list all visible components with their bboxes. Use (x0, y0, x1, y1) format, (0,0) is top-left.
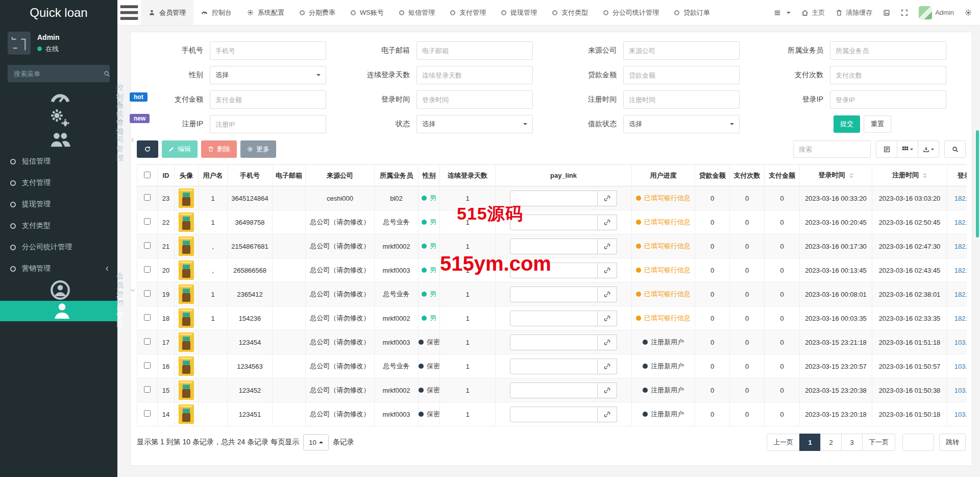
tab-ws-account[interactable]: WS账号 (343, 0, 391, 25)
status-select[interactable]: 选择 (416, 115, 533, 133)
pay-link-button[interactable] (598, 359, 617, 374)
row-checkbox[interactable] (144, 290, 151, 297)
sidebar-item-system[interactable]: 系统管理new (0, 108, 117, 129)
delete-button[interactable]: 删除 (201, 140, 237, 158)
tab-sms[interactable]: 短信管理 (391, 0, 443, 25)
register-ip-field[interactable] (210, 115, 326, 133)
sidebar-item-dashboard[interactable]: 控制台hot (0, 86, 117, 108)
pay-link-button[interactable] (598, 263, 617, 278)
pay-link-input[interactable] (510, 190, 598, 206)
gender-select[interactable]: 选择 (210, 66, 326, 84)
columns-button[interactable] (897, 140, 918, 158)
tab-members[interactable]: 会员管理 (141, 0, 193, 25)
pay-link-button[interactable] (598, 287, 617, 302)
row-checkbox[interactable] (144, 386, 151, 393)
source-company-field[interactable] (623, 41, 740, 60)
pay-link-button[interactable] (598, 214, 617, 230)
loan-amount-field[interactable] (623, 66, 740, 84)
tab-paytype[interactable]: 支付类型 (545, 0, 596, 25)
avatar[interactable] (179, 308, 194, 328)
pay-link-button[interactable] (598, 311, 617, 326)
card-view-button[interactable] (876, 140, 897, 158)
login-time-field[interactable] (416, 90, 533, 109)
avatar[interactable] (179, 260, 194, 280)
row-checkbox[interactable] (144, 218, 151, 225)
avatar[interactable] (179, 236, 194, 256)
pay-link-button[interactable] (598, 383, 617, 398)
pay-link-input[interactable] (510, 311, 598, 326)
avatar[interactable] (179, 332, 194, 352)
pay-link-input[interactable] (510, 335, 598, 350)
page-size-select[interactable]: 10 (303, 434, 328, 450)
sidebar-item-paytype[interactable]: 支付类型 (0, 215, 117, 236)
tab-dashboard[interactable]: 控制台 (193, 0, 239, 25)
sidebar-item-payment[interactable]: 支付管理 (0, 172, 117, 194)
register-time-field[interactable] (623, 90, 740, 109)
select-all-checkbox[interactable] (144, 172, 151, 178)
column-header-register-time[interactable]: 注册时间 (872, 165, 947, 186)
pay-count-field[interactable] (830, 66, 946, 84)
ip-link[interactable]: 182.239. (954, 243, 967, 250)
edit-button[interactable]: 编辑 (162, 140, 198, 158)
pay-link-button[interactable] (598, 238, 617, 254)
ip-link[interactable]: 182.239. (954, 315, 967, 322)
docs-button[interactable] (883, 9, 890, 16)
prev-page-button[interactable]: 上一页 (767, 434, 800, 451)
hamburger-menu-icon[interactable] (117, 0, 141, 25)
borrow-status-select[interactable]: 选择 (623, 115, 740, 133)
email-field[interactable] (416, 41, 533, 60)
ip-link[interactable]: 182.239. (954, 195, 967, 202)
table-search-input[interactable] (793, 140, 871, 158)
menu-search-input[interactable] (14, 70, 104, 78)
pay-link-input[interactable] (510, 359, 598, 374)
avatar[interactable] (179, 380, 194, 400)
tab-payment[interactable]: 支付管理 (443, 0, 494, 25)
row-checkbox[interactable] (144, 410, 151, 417)
refresh-button[interactable] (137, 140, 158, 158)
page-button-2[interactable]: 2 (820, 434, 842, 451)
next-page-button[interactable]: 下一页 (862, 434, 895, 451)
row-checkbox[interactable] (144, 338, 151, 345)
avatar[interactable] (179, 188, 194, 208)
phone-field[interactable] (210, 41, 326, 60)
admin-menu[interactable]: Admin (919, 6, 954, 19)
ip-link[interactable]: 182.239. (954, 267, 967, 274)
ip-link[interactable]: 103.187. (954, 339, 967, 346)
row-checkbox[interactable] (144, 242, 151, 249)
page-button-1[interactable]: 1 (799, 434, 821, 451)
sidebar-item-branch[interactable]: 分公司管理 (0, 129, 117, 151)
tab-branch-stats[interactable]: 分公司统计管理 (596, 0, 667, 25)
column-header-login-ip[interactable]: 登录IP (947, 165, 967, 186)
tab-list-menu[interactable] (774, 9, 791, 16)
search-toggle-button[interactable] (944, 140, 966, 158)
tab-withdraw[interactable]: 提现管理 (494, 0, 545, 25)
ip-link[interactable]: 103.187. (954, 387, 967, 394)
sidebar-item-branch-stats[interactable]: 分公司统计管理 (0, 236, 117, 258)
reset-button[interactable]: 重置 (864, 115, 891, 133)
export-button[interactable] (918, 140, 939, 158)
ip-link[interactable]: 103.187. (954, 411, 967, 418)
pay-link-button[interactable] (598, 407, 617, 422)
pay-link-input[interactable] (510, 238, 598, 254)
avatar[interactable] (179, 212, 194, 232)
ip-link[interactable]: 182.239. (954, 291, 967, 298)
row-checkbox[interactable] (144, 266, 151, 273)
avatar[interactable] (179, 284, 194, 304)
pay-link-input[interactable] (510, 214, 598, 230)
jump-page-input[interactable] (902, 434, 934, 451)
avatar[interactable] (179, 404, 194, 424)
pay-link-button[interactable] (598, 335, 617, 350)
login-ip-field[interactable] (830, 90, 946, 109)
avatar[interactable] (179, 356, 194, 376)
pay-amount-field[interactable] (210, 90, 326, 109)
row-checkbox[interactable] (144, 314, 151, 321)
tab-loan-orders[interactable]: 贷款订单 (667, 0, 718, 25)
sidebar-item-sms[interactable]: 短信管理 (0, 151, 117, 172)
pay-link-input[interactable] (510, 383, 598, 398)
more-button[interactable]: 更多 (240, 140, 276, 158)
sidebar-item-marketing[interactable]: 营销管理 (0, 258, 117, 279)
pay-link-button[interactable] (598, 190, 617, 206)
settings-button[interactable] (965, 9, 972, 16)
pay-link-input[interactable] (510, 407, 598, 422)
submit-button[interactable]: 提交 (834, 115, 860, 133)
